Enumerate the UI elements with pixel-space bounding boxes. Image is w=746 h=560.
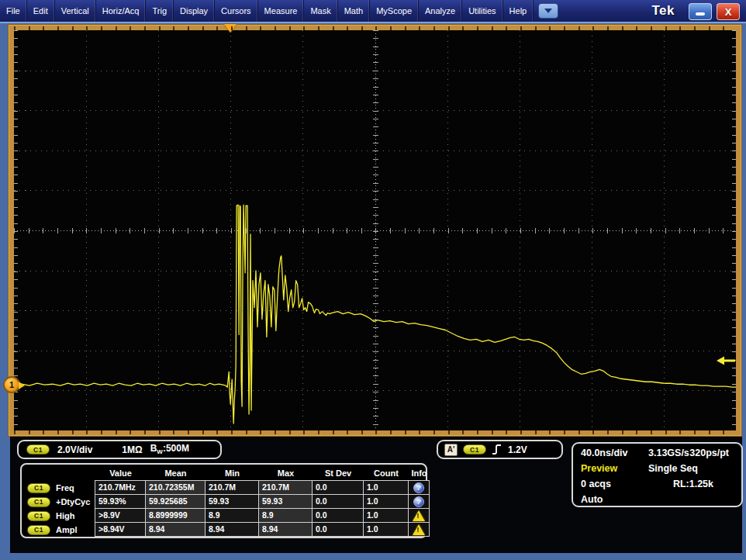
header-stdev: St Dev [313,466,364,481]
measurement-row-dutycycle: C1 +DtyCyc 59.93% 59.925685 59.93 59.93 … [23,495,426,509]
gridline-horizontal [14,71,736,71]
header-min: Min [205,466,259,481]
bottom-edge-ticks [14,430,736,434]
minimize-button[interactable] [689,3,712,20]
help-icon[interactable]: ? [413,482,424,493]
channel1-badge[interactable]: C1 [26,444,50,455]
header-spacer [23,466,95,481]
info-cell[interactable] [408,522,430,537]
header-max: Max [259,466,313,481]
channel1-readout[interactable]: C1 2.0V/div 1MΩ BW:500M [17,440,222,459]
record-length-value: RL:1.25k [673,479,713,489]
warning-icon[interactable] [413,510,425,521]
menu-item-math[interactable]: Math [338,0,370,22]
horizontal-row-1: 40.0ns/div 3.13GS/s 320ps/pt [573,448,741,463]
menu-item-display[interactable]: Display [174,0,215,22]
menu-item-vertical[interactable]: Vertical [55,0,96,22]
header-count: Count [364,466,409,481]
trigger-source-badge: A' [444,444,458,456]
info-cell[interactable]: ? [408,480,430,495]
header-info: Info [409,466,430,481]
acq-mode-label: Single Seq [648,463,698,474]
gridline-horizontal [14,310,736,311]
gridline-horizontal [14,351,736,351]
gridline-horizontal [14,190,736,191]
close-button[interactable]: X [717,3,740,20]
gridline-horizontal [14,150,736,151]
gridline-horizontal [14,390,736,391]
trigger-channel-badge: C1 [463,444,486,455]
menu-item-edit[interactable]: Edit [27,0,55,22]
channel1-badge: C1 [27,511,50,521]
measurement-row-ampl: C1 Ampl >8.94V 8.94 8.94 8.94 0.0 1.0 [23,523,426,537]
measurement-row-high: C1 High >8.9V 8.8999999 8.9 8.9 0.0 1.0 [23,509,426,523]
warning-icon[interactable] [413,524,425,535]
tek-logo: Tek [651,3,675,19]
gridline-horizontal [14,271,736,271]
minimize-icon [696,12,705,16]
chevron-down-icon [544,9,552,13]
measurement-label: C1 High [23,509,95,523]
header-mean: Mean [146,466,205,481]
menu-item-analyze[interactable]: Analyze [419,0,462,22]
preview-state-label: Preview [581,463,617,474]
sample-rate-value: 3.13GS/s [648,448,689,458]
channel1-badge: C1 [27,483,50,493]
trigger-mode-label: Auto [581,494,603,505]
measurement-row-freq: C1 Freq 210.7MHz 210.72355M 210.7M 210.7… [23,481,426,495]
measurement-label: C1 Freq [23,481,95,495]
horizontal-readout[interactable]: 40.0ns/div 3.13GS/s 320ps/pt Preview Sin… [572,442,743,507]
menu-item-myscope[interactable]: MyScope [370,0,419,22]
acquisitions-count: 0 acqs [581,479,611,489]
rising-edge-icon [492,443,503,456]
vertical-scale-value: 2.0V/div [57,444,92,455]
menu-item-help[interactable]: Help [503,0,534,22]
center-horizontal-ticks [14,228,736,233]
menu-bar: File Edit Vertical Horiz/Acq Trig Displa… [0,0,746,23]
resolution-value: 320ps/pt [689,448,729,458]
menu-item-file[interactable]: File [0,0,27,22]
graticule-frame: 1 [8,24,742,437]
menu-item-horiz-acq[interactable]: Horiz/Acq [96,0,147,22]
horizontal-row-3: 0 acqs RL:1.25k [573,479,741,494]
menu-item-measure[interactable]: Measure [258,0,305,22]
measurement-label: C1 +DtyCyc [23,495,95,509]
menu-item-trig[interactable]: Trig [146,0,174,22]
top-edge-ticks [14,26,736,30]
measurement-label: C1 Ampl [23,523,95,537]
trigger-readout[interactable]: A' C1 1.2V [437,440,563,459]
horizontal-row-2: Preview Single Seq [573,463,741,479]
gridline-horizontal [14,110,736,111]
trigger-level-value: 1.2V [508,444,527,455]
channel1-badge: C1 [27,497,50,507]
menu-item-utilities[interactable]: Utilities [462,0,503,22]
help-icon[interactable]: ? [413,496,424,507]
menu-overflow-button[interactable] [538,3,558,19]
readout-panel: C1 2.0V/div 1MΩ BW:500M A' C1 1.2V 40.0n… [10,437,742,553]
menu-item-mask[interactable]: Mask [304,0,337,22]
info-cell[interactable]: ? [408,494,430,509]
oscilloscope-app: { "titlebar": { "menu": ["File","Edit","… [0,0,746,560]
graticule[interactable]: 1 [14,30,736,430]
horizontal-row-4: Auto [573,494,741,510]
bandwidth-value: BW:500M [150,443,189,455]
measurement-table: Value Mean Min Max St Dev Count Info C1 … [20,463,427,538]
info-cell[interactable] [408,508,430,523]
header-value: Value [95,466,146,481]
channel1-badge: C1 [27,525,50,535]
trigger-level-arrow[interactable] [717,355,735,366]
input-impedance-value: 1MΩ [122,444,142,455]
measurement-header-row: Value Mean Min Max St Dev Count Info [23,466,426,481]
timebase-value: 40.0ns/div [581,448,627,458]
menu-item-cursors[interactable]: Cursors [215,0,258,22]
